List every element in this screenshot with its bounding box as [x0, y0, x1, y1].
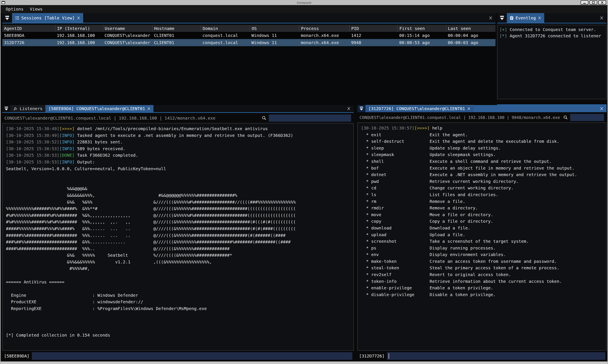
- right-console-command-input[interactable]: [387, 352, 605, 360]
- table-cell: 192.168.168.100: [55, 32, 103, 39]
- close-icon: [538, 16, 541, 20]
- minimize-button[interactable]: [581, 0, 588, 5]
- terminal-line: &&&&&&&%%%, #&&@@@@@@%%%%%%#############…: [6, 192, 353, 199]
- tab-sessions-close-button[interactable]: [77, 16, 80, 20]
- log-segment: &&&&&&&%%%, #&&@@@@@@%%%%%%#############…: [6, 193, 237, 198]
- left-console-panel-menu-button[interactable]: [2, 105, 10, 112]
- help-command-description: Update sleep delay settings.: [430, 145, 501, 152]
- log-segment: [*] Completed collection in 0.154 second…: [6, 333, 110, 338]
- terminal-line: #####%%%%%%#####%%%#%%####% &%%...... ..…: [6, 225, 353, 232]
- table-cell: 312D7726: [2, 39, 55, 46]
- table-cell: Windows 11: [250, 32, 299, 39]
- tab-agent-312D7726-label: [312D7726] CONQUEST\alexander@CLIENT01: [368, 106, 465, 111]
- console-divider[interactable]: [354, 105, 357, 362]
- panel-agent-58EE89DA: Listeners [58EE89DA] CONQUEST\alexander@…: [2, 105, 354, 362]
- help-command-row: * self-destructExit the agent and delete…: [361, 138, 606, 145]
- right-console-prompt-label: [312D7726]: [359, 353, 384, 359]
- column-header[interactable]: Last seen: [446, 25, 496, 32]
- terminal-line: [*] Completed collection in 0.154 second…: [6, 332, 353, 339]
- sessions-panel-menu-button[interactable]: [2, 13, 12, 23]
- sessions-table[interactable]: AgentIDIP (Internal)UsernameHostnameDoma…: [2, 25, 496, 105]
- column-header[interactable]: First seen: [398, 25, 446, 32]
- column-header[interactable]: OS: [250, 25, 299, 32]
- log-segment: [30-10-2025 15:30:49]: [6, 133, 59, 138]
- log-segment: [INFO]: [59, 159, 75, 165]
- menu-views[interactable]: Views: [30, 7, 42, 12]
- sessions-panel-close-button[interactable]: [486, 13, 496, 23]
- terminal-line: [6, 272, 353, 279]
- column-header[interactable]: IP (Internal): [55, 25, 103, 32]
- table-row[interactable]: 312D7726192.168.168.100CONQUEST\alexande…: [2, 39, 496, 46]
- help-command-row: * screenshotTake a screenshot of the tar…: [361, 238, 606, 245]
- left-console-command-input[interactable]: [32, 352, 352, 360]
- log-segment: [INFO]: [59, 139, 75, 144]
- tab-eventlog-label: Eventlog: [515, 15, 536, 20]
- help-command-name: * dotnet: [361, 171, 430, 178]
- log-segment: %%%%%%%%%%%######%%%#%%####% &%%**# @///…: [6, 206, 296, 211]
- chevron-down-icon: [500, 18, 504, 20]
- eventlog-panel-close-button[interactable]: [597, 13, 607, 23]
- list-icon: [15, 16, 19, 20]
- terminal-line: [30-10-2025 15:30:53][INFO] 589 bytes re…: [6, 145, 353, 152]
- help-command-row: * bofExecute an object file in memory an…: [361, 165, 606, 172]
- column-header[interactable]: Process: [299, 25, 349, 32]
- left-console-search-input[interactable]: [269, 115, 351, 122]
- help-command-name: * download: [361, 225, 430, 232]
- help-command-description: Execute an object file in memory and ret…: [430, 165, 574, 172]
- terminal-line: [30-10-2025 15:30:53][INFO] Output:: [6, 159, 353, 166]
- log-segment: ]: [505, 27, 507, 32]
- help-command-description: Exit the agent.: [430, 132, 468, 138]
- eventlog-output[interactable]: [+] Connected to Conquest team server.[*…: [497, 25, 607, 99]
- terminal-line: [30-10-2025 15:30:49][>>>>] dotnet /mnt/…: [6, 126, 353, 132]
- column-header[interactable]: AgentID: [2, 25, 55, 32]
- right-console-status-text: CONQUEST\alexander@CLIENT01.conquest.loc…: [360, 115, 560, 120]
- right-console-search-input[interactable]: [570, 114, 604, 121]
- help-command-name: * make-token: [361, 258, 430, 265]
- column-header[interactable]: PID: [349, 25, 398, 32]
- tab-listeners[interactable]: Listeners: [10, 105, 45, 112]
- tab-sessions[interactable]: Sessions [Table View]: [12, 13, 83, 23]
- log-segment: 589 bytes received.: [75, 146, 125, 151]
- table-cell: CONQUEST\alexander: [103, 32, 152, 39]
- log-segment: [DONE]: [59, 153, 75, 158]
- tab-agent-312D7726[interactable]: [312D7726] CONQUEST\alexander@CLIENT01: [365, 105, 473, 112]
- eventlog-panel-menu-button[interactable]: [497, 13, 507, 23]
- help-command-row: * rev2selfRevert to original access toke…: [361, 272, 606, 278]
- column-header[interactable]: Domain: [201, 25, 250, 32]
- minimize-icon: [583, 3, 586, 4]
- help-command-description: Display environment variables.: [430, 251, 506, 258]
- left-console-status-text: CONQUEST\alexander@CLIENT01.conquest.loc…: [4, 116, 215, 121]
- column-header[interactable]: Username: [103, 25, 152, 32]
- terminal-line: &%%&&&%%%%% v1.2.1 ,(((&%%%%%%%%%%%%%%%%…: [6, 259, 353, 265]
- tab-eventlog[interactable]: Eventlog: [507, 13, 544, 23]
- left-console-output[interactable]: [30-10-2025 15:30:49][>>>>] dotnet /mnt/…: [2, 123, 354, 351]
- help-command-name: * token-info: [361, 278, 430, 285]
- tab-agent-58EE89DA-close-button[interactable]: [147, 107, 150, 110]
- right-console-output[interactable]: [30-10-2025 15:30:57][>>>>] help * exitE…: [357, 123, 607, 351]
- table-cell: monarch.x64.exe: [299, 39, 349, 46]
- table-cell: 00:00:03 ago: [446, 39, 496, 46]
- tab-sessions-label: Sessions [Table View]: [21, 15, 75, 20]
- eventlog-focus-line: [497, 23, 607, 23]
- right-console-close-button[interactable]: [597, 105, 607, 112]
- menu-options[interactable]: Options: [6, 7, 23, 12]
- tab-agent-58EE89DA[interactable]: [58EE89DA] CONQUEST\alexander@CLIENT01: [45, 105, 153, 112]
- close-icon: [347, 107, 351, 111]
- tab-eventlog-close-button[interactable]: [538, 16, 541, 20]
- table-row[interactable]: 58EE89DA192.168.168.100CONQUEST\alexande…: [2, 32, 496, 39]
- terminal-line: ###%##%%#################### &%%........…: [6, 239, 353, 246]
- column-header[interactable]: Hostname: [152, 25, 201, 32]
- right-console-panel-menu-button[interactable]: [357, 105, 365, 112]
- terminal-line: #%#%%%%%%%#######%#%%####### %&%,,,,,,,,…: [6, 212, 353, 219]
- terminal-line: [30-10-2025 15:30:53][DONE] Task F366D36…: [6, 152, 353, 159]
- terminal-line: ProductEXE : windowsdefender://: [6, 299, 353, 305]
- title-bar: Conquest: [1, 0, 607, 5]
- terminal-line: Engine : Windows Defender: [6, 292, 353, 299]
- log-segment: &%& %%%%% Seatbelt %////((((&%%%%%%%####…: [6, 253, 232, 258]
- left-console-close-button[interactable]: [344, 105, 354, 112]
- close-window-button[interactable]: [598, 0, 606, 5]
- help-command-row: * rmdirRemove a directory.: [361, 205, 606, 211]
- maximize-button[interactable]: [589, 0, 597, 5]
- help-command-row: * cdChange current working directory.: [361, 185, 606, 192]
- tab-agent-312D7726-close-button[interactable]: [467, 107, 471, 110]
